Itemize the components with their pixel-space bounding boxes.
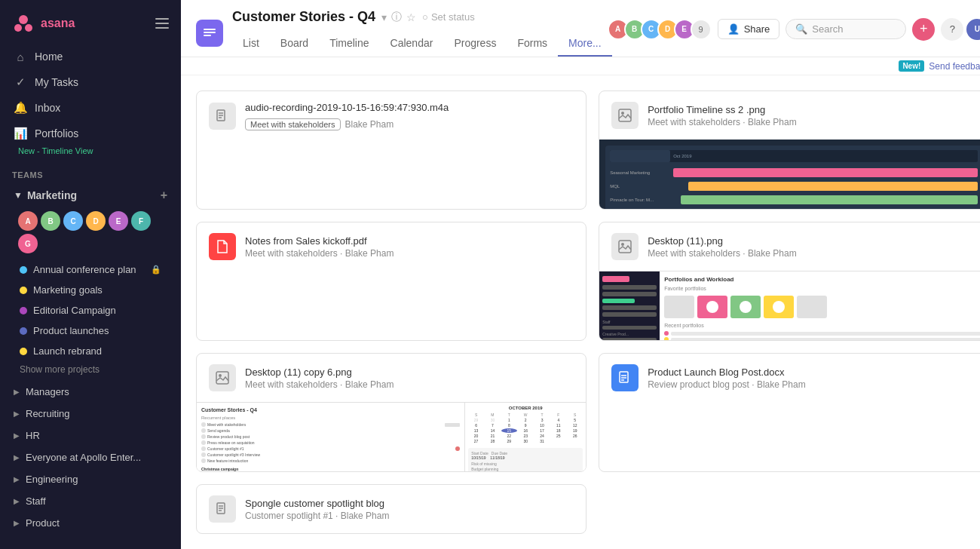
file-card-header: Portfolio Timeline ss 2 .png Meet with s… (599, 91, 980, 140)
chevron-right-icon: ▶ (14, 475, 20, 483)
file-name: Notes from Sales kickoff.pdf (245, 235, 574, 247)
project-item-marketing-goals[interactable]: Marketing goals (12, 280, 169, 300)
info-icon[interactable]: ⓘ (391, 11, 402, 24)
title-icons: ▾ ⓘ ☆ (381, 11, 416, 24)
file-card-header: Desktop (11).png Meet with stakeholders … (599, 222, 980, 271)
team-group-name: HR (26, 430, 40, 441)
star-icon[interactable]: ☆ (406, 11, 416, 23)
file-card-notes-pdf[interactable]: Notes from Sales kickoff.pdf Meet with s… (196, 222, 586, 341)
file-card-desktop-11[interactable]: Desktop (11).png Meet with stakeholders … (599, 222, 980, 341)
tab-progress[interactable]: Progress (443, 31, 507, 57)
tab-list[interactable]: List (232, 31, 270, 57)
file-info: audio-recording-2019-10-15-16:59:47:930.… (245, 102, 574, 130)
svg-rect-16 (620, 372, 628, 382)
avatar: B (41, 211, 60, 231)
tab-bar: List Board Timeline Calendar Progress Fo… (232, 31, 612, 57)
avatar: D (86, 211, 106, 231)
main-area: Customer Stories - Q4 ▾ ⓘ ☆ ○ Set status… (181, 0, 980, 549)
svg-point-2 (25, 24, 32, 32)
sidebar-item-my-tasks[interactable]: ✓ My Tasks (6, 69, 175, 95)
file-card-header: audio-recording-2019-10-15-16:59:47:930.… (197, 91, 586, 141)
team-group-managers[interactable]: ▶ Managers (6, 381, 175, 403)
project-item-launch-rebrand[interactable]: Launch rebrand (12, 341, 169, 361)
avatar: G (18, 234, 38, 253)
tab-calendar[interactable]: Calendar (380, 31, 444, 57)
file-icon (611, 233, 639, 260)
file-info: Portfolio Timeline ss 2 .png Meet with s… (648, 104, 976, 127)
chevron-right-icon: ▶ (14, 388, 20, 396)
chevron-down-icon: ▼ (14, 190, 23, 201)
timeline-row: MQL (610, 180, 978, 192)
sidebar-item-label: Portfolios (35, 127, 78, 140)
share-label: Share (744, 23, 770, 35)
file-card-header: Spongle customer spotlight blog Customer… (197, 485, 586, 533)
show-more-projects[interactable]: Show more projects (6, 361, 175, 381)
team-group-recruiting[interactable]: ▶ Recruiting (6, 403, 175, 425)
svg-rect-3 (204, 29, 216, 30)
set-status[interactable]: ○ Set status (422, 11, 475, 23)
send-feedback-link[interactable]: Send feedback (929, 61, 980, 72)
file-author: Blake Pham (345, 119, 394, 130)
teams-section-header: Teams (0, 161, 181, 182)
sidebar-item-inbox[interactable]: 🔔 Inbox (6, 95, 175, 121)
tab-more[interactable]: More... (558, 31, 612, 57)
file-meta: Meet with stakeholders · Blake Pham (648, 117, 976, 127)
search-bar[interactable]: 🔍 Search (786, 19, 906, 39)
project-name: Editorial Campaign (33, 305, 116, 316)
file-info: Notes from Sales kickoff.pdf Meet with s… (245, 235, 574, 259)
file-info: Spongle customer spotlight blog Customer… (245, 498, 574, 521)
chevron-right-icon: ▶ (14, 519, 20, 527)
lock-icon: 🔒 (151, 265, 161, 274)
team-group-product[interactable]: ▶ Product (6, 512, 175, 534)
sidebar-item-portfolios[interactable]: 📊 Portfolios (6, 121, 175, 146)
project-dot (20, 287, 27, 294)
tab-board[interactable]: Board (270, 31, 319, 57)
project-item-product-launches[interactable]: Product launches (12, 321, 169, 341)
project-dot (20, 348, 27, 355)
file-icon (209, 495, 236, 523)
help-button[interactable]: ? (941, 18, 963, 41)
file-card-spongle-blog[interactable]: Spongle customer spotlight blog Customer… (196, 484, 586, 534)
new-badge: New! (899, 60, 924, 72)
marketing-team-header[interactable]: ▼ Marketing + (6, 182, 175, 208)
file-icon (209, 364, 236, 391)
file-card-portfolio-timeline[interactable]: Portfolio Timeline ss 2 .png Meet with s… (599, 90, 980, 210)
file-card-desktop-copy[interactable]: Desktop (11) copy 6.png Meet with stakeh… (196, 353, 586, 472)
tab-forms[interactable]: Forms (507, 31, 558, 57)
file-card-audio[interactable]: audio-recording-2019-10-15-16:59:47:930.… (196, 90, 586, 210)
project-item-annual-conference[interactable]: Annual conference plan 🔒 (12, 259, 169, 280)
file-icon (209, 103, 236, 130)
share-icon: 👤 (727, 23, 740, 35)
project-item-editorial-campaign[interactable]: Editorial Campaign (12, 300, 169, 321)
timeline-row: Pinnacle on Tour: M... (610, 194, 978, 206)
team-group-hr[interactable]: ▶ HR (6, 425, 175, 446)
team-group-engineering[interactable]: ▶ Engineering (6, 468, 175, 490)
sidebar-item-home[interactable]: ⌂ Home (6, 44, 175, 69)
team-groups: ▶ Managers ▶ Recruiting ▶ HR ▶ Everyone … (0, 381, 181, 534)
project-dot (20, 266, 27, 274)
tab-timeline[interactable]: Timeline (319, 31, 379, 57)
timeline-preview: Oct 2019 Seasonal Marketing MQL Pinnacle… (599, 140, 980, 210)
chevron-down-icon[interactable]: ▾ (381, 11, 387, 23)
svg-point-11 (621, 112, 624, 115)
file-card-product-blog[interactable]: Product Launch Blog Post.docx Review pro… (599, 353, 980, 472)
hamburger-menu[interactable] (155, 18, 169, 29)
member-avatars: A B C D E 9 (612, 19, 712, 40)
team-group-everyone[interactable]: ▶ Everyone at Apollo Enter... (6, 446, 175, 468)
circle-icon: ○ (422, 11, 428, 23)
team-avatar-list: A B C D E F G (6, 208, 175, 259)
user-avatar[interactable]: U (965, 17, 980, 41)
portfolios-badge: New - Timeline View (6, 146, 175, 161)
team-group-staff[interactable]: ▶ Staff (6, 490, 175, 512)
project-name: Product launches (33, 325, 109, 336)
marketing-team: ▼ Marketing + A B C D E F G Annual confe… (0, 182, 181, 381)
share-button[interactable]: 👤 Share (718, 19, 780, 39)
avatar: C (63, 211, 83, 231)
team-group-name: Everyone at Apollo Enter... (26, 452, 141, 463)
home-icon: ⌂ (14, 50, 27, 63)
add-button[interactable]: + (912, 18, 935, 41)
svg-rect-5 (204, 35, 211, 36)
add-team-icon[interactable]: + (161, 189, 167, 202)
set-status-label: Set status (431, 11, 475, 23)
portfolio-preview: Staff Creative Prod... Marketing ANZ Por… (599, 271, 980, 341)
